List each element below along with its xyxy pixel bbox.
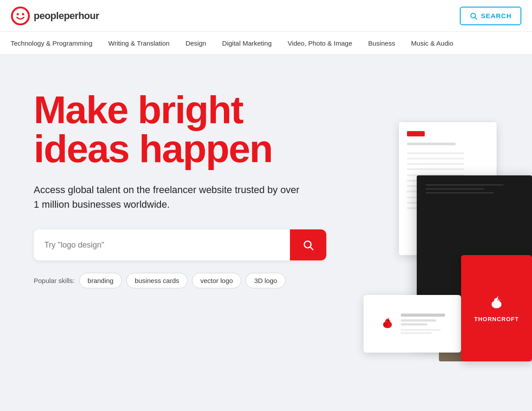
hero-search-input[interactable] [34, 230, 290, 260]
search-icon [469, 12, 477, 20]
hero-section: Make bright ideas happen Access global t… [0, 55, 532, 402]
header-search-button[interactable]: SEARCH [460, 7, 521, 25]
svg-line-6 [475, 17, 477, 19]
hero-search-button[interactable] [290, 229, 326, 260]
popular-skills-label: Popular skills: [34, 277, 75, 284]
svg-line-8 [310, 247, 313, 250]
search-icon [302, 239, 314, 251]
main-nav: Technology & Programming Writing & Trans… [0, 32, 532, 55]
nav-item-video[interactable]: Video, Photo & Image [280, 32, 360, 55]
biz-card-red: THORNCROFT [461, 255, 532, 361]
biz-card-white [364, 295, 461, 353]
nav-item-writing[interactable]: Writing & Translation [100, 32, 177, 55]
hero-content: Make bright ideas happen Access global t… [0, 90, 310, 288]
svg-point-19 [497, 299, 499, 300]
hero-subtext: Access global talent on the freelancer w… [34, 182, 300, 212]
hero-image-area: THORNCROFT [301, 55, 532, 402]
svg-point-3 [17, 13, 19, 15]
biz-card-name-area [395, 314, 445, 334]
nav-item-music[interactable]: Music & Audio [403, 32, 461, 55]
nav-item-business[interactable]: Business [360, 32, 403, 55]
svg-point-4 [22, 13, 24, 15]
svg-point-13 [388, 320, 389, 321]
skill-chip-vector-logo[interactable]: vector logo [192, 273, 241, 288]
svg-point-14 [383, 323, 388, 326]
bird-icon-white [488, 295, 505, 312]
biz-card-red-brand: THORNCROFT [474, 316, 519, 322]
svg-marker-12 [387, 317, 389, 319]
svg-marker-18 [497, 296, 498, 299]
logo-text: peopleperhour [34, 10, 99, 22]
svg-marker-17 [499, 299, 501, 301]
logo[interactable]: peopleperhour [11, 6, 99, 26]
popular-skills-area: Popular skills: branding business cards … [34, 273, 310, 288]
nav-item-design[interactable]: Design [177, 32, 214, 55]
svg-marker-11 [390, 320, 391, 322]
skill-chip-branding[interactable]: branding [79, 273, 122, 288]
skill-chip-3d-logo[interactable]: 3D logo [246, 273, 286, 288]
svg-point-20 [492, 302, 497, 306]
skill-chip-business-cards[interactable]: business cards [126, 273, 188, 288]
nav-item-marketing[interactable]: Digital Marketing [214, 32, 280, 55]
hero-headline: Make bright ideas happen [34, 90, 310, 168]
nav-item-technology[interactable]: Technology & Programming [11, 32, 100, 55]
bird-icon [379, 316, 395, 332]
header: peopleperhour SEARCH [0, 0, 532, 32]
cards-visual: THORNCROFT [355, 105, 532, 370]
logo-icon [11, 6, 30, 26]
hero-search-bar [34, 229, 326, 260]
